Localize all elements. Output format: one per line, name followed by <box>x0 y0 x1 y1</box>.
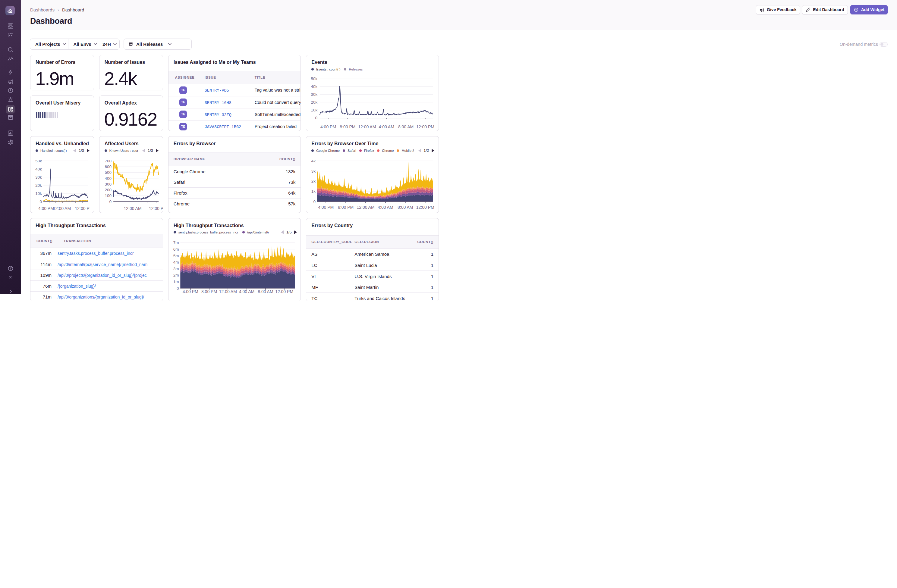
svg-text:4:00 AM: 4:00 AM <box>239 289 254 294</box>
svg-text:12:00 P: 12:00 P <box>75 206 89 211</box>
svg-text:8:00 AM: 8:00 AM <box>258 289 273 294</box>
svg-text:12:00 AM: 12:00 AM <box>53 206 71 211</box>
svg-text:4:00 PM: 4:00 PM <box>38 206 54 211</box>
svg-text:500: 500 <box>105 171 112 175</box>
svg-text:12:00 AM: 12:00 AM <box>357 205 375 210</box>
svg-text:12:00 PM: 12:00 PM <box>416 205 434 210</box>
svg-text:3k: 3k <box>311 169 316 174</box>
svg-text:30k: 30k <box>35 175 42 180</box>
svg-text:2m: 2m <box>173 273 179 278</box>
svg-text:30k: 30k <box>311 92 318 97</box>
svg-text:4:00 AM: 4:00 AM <box>379 124 394 129</box>
svg-text:4m: 4m <box>173 260 179 264</box>
svg-text:8:00 AM: 8:00 AM <box>398 124 413 129</box>
svg-text:40k: 40k <box>311 84 318 89</box>
svg-text:8:00 PM: 8:00 PM <box>340 124 356 129</box>
svg-text:0: 0 <box>314 199 316 204</box>
svg-text:40k: 40k <box>35 167 42 171</box>
svg-text:50k: 50k <box>35 159 42 163</box>
svg-text:4:00 PM: 4:00 PM <box>318 205 334 210</box>
svg-text:4:00 PM: 4:00 PM <box>320 124 336 129</box>
svg-text:4:00 AM: 4:00 AM <box>378 205 393 210</box>
svg-text:8:00 AM: 8:00 AM <box>398 205 413 210</box>
svg-text:200: 200 <box>105 188 112 192</box>
svg-text:400: 400 <box>105 176 112 181</box>
svg-text:600: 600 <box>105 165 112 169</box>
svg-text:0: 0 <box>40 199 42 204</box>
svg-text:12:00 AM: 12:00 AM <box>358 124 376 129</box>
svg-text:0: 0 <box>109 199 112 204</box>
svg-text:12:00 AM: 12:00 AM <box>124 206 141 211</box>
svg-text:12:00 P: 12:00 P <box>149 206 163 211</box>
svg-text:100: 100 <box>105 194 112 198</box>
svg-text:8:00 PM: 8:00 PM <box>338 205 354 210</box>
svg-text:20k: 20k <box>311 100 318 104</box>
svg-text:3m: 3m <box>173 267 179 271</box>
svg-text:7m: 7m <box>173 240 179 245</box>
svg-text:10k: 10k <box>311 108 318 112</box>
svg-text:12:00 AM: 12:00 AM <box>219 289 237 294</box>
svg-text:20k: 20k <box>35 183 42 188</box>
svg-text:4k: 4k <box>311 159 316 163</box>
svg-text:700: 700 <box>105 159 112 163</box>
svg-text:1k: 1k <box>311 189 316 194</box>
svg-text:4:00 PM: 4:00 PM <box>182 289 198 294</box>
svg-text:12:00 PM: 12:00 PM <box>275 289 293 294</box>
svg-text:300: 300 <box>105 182 112 186</box>
svg-text:5m: 5m <box>173 254 179 258</box>
svg-text:6m: 6m <box>173 247 179 252</box>
svg-text:2k: 2k <box>311 179 316 184</box>
svg-text:50k: 50k <box>311 76 318 81</box>
svg-text:8:00 PM: 8:00 PM <box>201 289 217 294</box>
svg-text:0: 0 <box>315 116 318 120</box>
svg-text:0: 0 <box>177 286 179 290</box>
svg-text:12:00 PM: 12:00 PM <box>416 124 434 129</box>
svg-text:10k: 10k <box>35 191 42 196</box>
svg-text:1m: 1m <box>173 279 179 284</box>
